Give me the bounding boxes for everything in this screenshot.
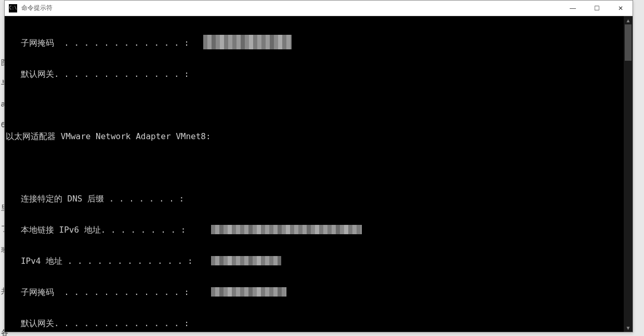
subnet-mask-label: 子网掩码 . . . . . . . . . . . . : [6, 287, 189, 297]
scroll-down-icon[interactable]: ▼ [624, 324, 633, 332]
titlebar[interactable]: C:\ 命令提示符 — ☐ ✕ [5, 1, 633, 16]
terminal-output[interactable]: 子网掩码 . . . . . . . . . . . . : 默认网关. . .… [5, 16, 624, 332]
window-controls: — ☐ ✕ [561, 1, 633, 16]
redacted-value [211, 225, 362, 234]
scroll-up-icon[interactable]: ▲ [624, 16, 633, 24]
terminal-area: 子网掩码 . . . . . . . . . . . . : 默认网关. . .… [5, 16, 633, 332]
window-title: 命令提示符 [20, 4, 561, 12]
ipv6-local-label: 本地链接 IPv6 地址. . . . . . . . : [6, 225, 186, 235]
vertical-scrollbar[interactable]: ▲ ▼ [624, 16, 633, 332]
redacted-value [203, 35, 292, 49]
ipv4-label: IPv4 地址 . . . . . . . . . . . . : [6, 256, 193, 266]
adapter-vmnet8-header: 以太网适配器 VMware Network Adapter VMnet8: [6, 131, 211, 141]
gateway-label: 默认网关. . . . . . . . . . . . . : [6, 318, 189, 328]
subnet-mask-label: 子网掩码 . . . . . . . . . . . . : [6, 38, 189, 48]
redacted-value [211, 287, 286, 297]
close-button[interactable]: ✕ [609, 1, 633, 16]
cmd-window: C:\ 命令提示符 — ☐ ✕ 子网掩码 . . . . . . . . . .… [4, 0, 633, 332]
cmd-icon: C:\ [9, 4, 17, 12]
dns-suffix-label: 连接特定的 DNS 后缀 . . . . . . . : [6, 194, 184, 204]
gateway-label: 默认网关. . . . . . . . . . . . . : [6, 69, 189, 79]
minimize-button[interactable]: — [561, 1, 585, 16]
scrollbar-thumb[interactable] [625, 24, 632, 61]
redacted-value [211, 256, 281, 265]
maximize-button[interactable]: ☐ [585, 1, 609, 16]
